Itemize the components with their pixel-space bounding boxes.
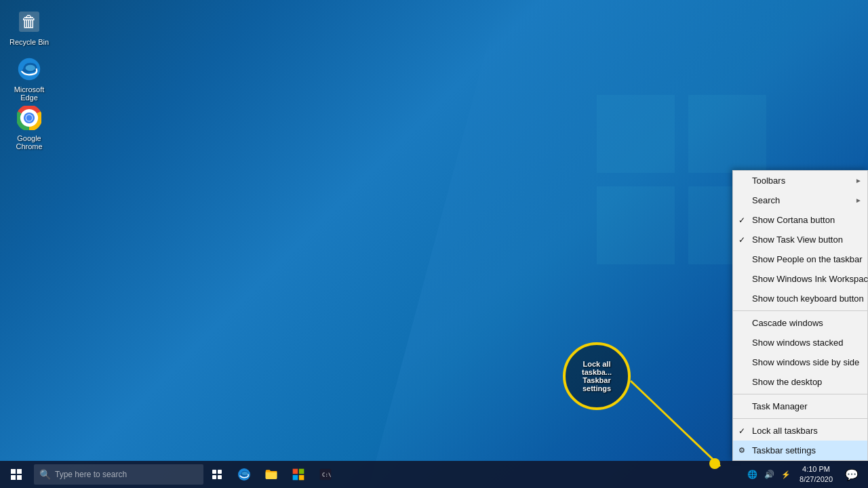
menu-item-stacked-label: Show windows stacked: [752, 338, 843, 348]
menu-item-show-desktop-label: Show the desktop: [752, 377, 822, 387]
google-chrome-icon[interactable]: GoogleChrome: [5, 102, 53, 153]
microsoft-edge-icon[interactable]: MicrosoftEdge: [5, 53, 53, 104]
menu-item-toolbars[interactable]: Toolbars ►: [733, 171, 867, 190]
clock-time: 4:10 PM: [800, 464, 833, 474]
menu-item-stacked[interactable]: Show windows stacked: [733, 333, 867, 352]
menu-item-cortana[interactable]: ✓ Show Cortana button: [733, 210, 867, 230]
svg-rect-17: [218, 475, 222, 479]
svg-point-12: [26, 115, 33, 121]
menu-item-taskbar-settings[interactable]: ⚙ Taskbar settings: [733, 441, 867, 460]
system-tray: 🌐 🔊 ⚡ 4:10 PM 8/27/2020 💬: [744, 461, 868, 488]
menu-item-lock-taskbars[interactable]: ✓ Lock all taskbars: [733, 421, 867, 441]
battery-icon[interactable]: ⚡: [778, 470, 794, 479]
search-icon: 🔍: [39, 469, 51, 480]
taskbar: 🔍 Type here to search: [0, 461, 868, 488]
menu-item-cortana-label: Show Cortana button: [752, 215, 835, 225]
svg-rect-25: [299, 475, 304, 481]
svg-rect-15: [218, 470, 222, 474]
separator-2: [733, 394, 867, 394]
svg-rect-21: [266, 472, 277, 479]
menu-item-touch-kb[interactable]: Show touch keyboard button: [733, 289, 867, 308]
menu-item-ink[interactable]: Show Windows Ink Workspace button: [733, 269, 867, 289]
menu-item-cascade[interactable]: Cascade windows: [733, 313, 867, 333]
recycle-bin-label: Recycle Bin: [9, 38, 49, 46]
menu-item-show-desktop[interactable]: Show the desktop: [733, 372, 867, 392]
svg-point-19: [242, 472, 248, 475]
taskbar-cmd-button[interactable]: C:\: [312, 461, 339, 488]
separator-3: [733, 418, 867, 419]
start-button[interactable]: [0, 461, 33, 488]
context-menu: Toolbars ► Search ► ✓ Show Cortana butto…: [732, 170, 868, 461]
lock-taskbars-check: ✓: [738, 426, 745, 436]
notification-icon[interactable]: 💬: [838, 461, 865, 488]
svg-rect-14: [212, 470, 216, 474]
menu-item-people[interactable]: Show People on the taskbar: [733, 249, 867, 269]
menu-item-ink-label: Show Windows Ink Workspace button: [752, 274, 868, 284]
svg-rect-2: [597, 186, 675, 264]
svg-text:🗑: 🗑: [21, 12, 37, 30]
menu-item-search-label: Search: [752, 195, 780, 205]
toolbars-arrow: ►: [855, 177, 862, 184]
search-arrow: ►: [855, 197, 862, 204]
svg-rect-23: [299, 469, 304, 474]
task-view-check: ✓: [738, 235, 745, 245]
gear-icon: ⚙: [738, 446, 745, 455]
taskbar-store-button[interactable]: [285, 461, 312, 488]
menu-item-task-manager-label: Task Manager: [752, 401, 808, 411]
recycle-bin-svg: 🗑: [16, 8, 43, 35]
svg-rect-24: [293, 475, 298, 481]
volume-icon[interactable]: 🔊: [761, 470, 778, 479]
taskbar-search[interactable]: 🔍 Type here to search: [34, 464, 203, 485]
menu-item-people-label: Show People on the taskbar: [752, 254, 863, 264]
windows-logo-icon: [11, 469, 22, 480]
network-icon[interactable]: 🌐: [744, 470, 761, 479]
store-icon: [292, 468, 305, 481]
tray-icons: 🌐 🔊 ⚡: [744, 470, 794, 479]
svg-rect-16: [212, 475, 216, 479]
menu-item-side-by-side[interactable]: Show windows side by side: [733, 352, 867, 372]
menu-item-cascade-label: Cascade windows: [752, 318, 823, 328]
taskbar-file-explorer-button[interactable]: [258, 461, 285, 488]
svg-rect-22: [293, 469, 298, 474]
separator-1: [733, 310, 867, 311]
svg-rect-0: [597, 95, 675, 173]
chrome-label: GoogleChrome: [16, 134, 42, 150]
file-explorer-icon: [264, 468, 278, 481]
recycle-bin-icon[interactable]: 🗑 Recycle Bin: [5, 5, 53, 49]
task-view-icon: [212, 469, 222, 480]
task-view-button[interactable]: [203, 461, 231, 488]
menu-item-search[interactable]: Search ►: [733, 190, 867, 210]
search-placeholder-text: Type here to search: [55, 470, 127, 479]
cortana-check: ✓: [738, 216, 745, 225]
svg-point-7: [26, 65, 35, 71]
edge-label: MicrosoftEdge: [14, 85, 45, 102]
clock-date: 8/27/2020: [800, 474, 833, 485]
menu-item-side-by-side-label: Show windows side by side: [752, 357, 859, 367]
svg-rect-1: [688, 95, 766, 173]
menu-item-toolbars-label: Toolbars: [752, 176, 785, 186]
menu-item-task-manager[interactable]: Task Manager: [733, 396, 867, 416]
system-clock[interactable]: 4:10 PM 8/27/2020: [794, 464, 838, 485]
cmd-icon: C:\: [319, 468, 332, 481]
taskbar-edge-icon: [237, 468, 251, 481]
edge-svg: [16, 56, 43, 83]
svg-text:C:\: C:\: [322, 472, 332, 478]
menu-item-task-view-label: Show Task View button: [752, 235, 843, 245]
taskbar-edge-button[interactable]: [231, 461, 258, 488]
chrome-svg: [16, 104, 43, 131]
menu-item-lock-taskbars-label: Lock all taskbars: [752, 426, 818, 436]
menu-item-touch-kb-label: Show touch keyboard button: [752, 293, 864, 304]
menu-item-taskbar-settings-label: Taskbar settings: [752, 445, 816, 455]
menu-item-task-view[interactable]: ✓ Show Task View button: [733, 230, 867, 249]
desktop: 🗑 Recycle Bin MicrosoftEdge: [0, 0, 868, 488]
